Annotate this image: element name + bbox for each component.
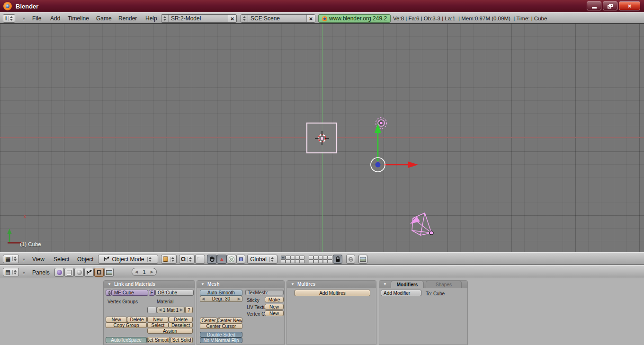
degr-inc-icon[interactable]: ▶ <box>238 297 241 301</box>
panel-collapse-icon[interactable]: ▼ <box>291 282 295 286</box>
menu-help[interactable]: Help <box>145 15 157 22</box>
center-cursor-button[interactable]: Center Cursor <box>200 323 242 329</box>
lock-layers-button[interactable] <box>333 255 342 264</box>
editor-type-button-buttons[interactable]: ▤ <box>3 268 19 276</box>
header-collapse-icon[interactable]: ▼ <box>22 17 26 21</box>
scene-context-button[interactable] <box>104 268 114 277</box>
translate-manipulator-button[interactable]: ▲ <box>217 255 227 264</box>
logic-context-button[interactable] <box>54 268 64 277</box>
layer-buttons-group-2[interactable] <box>309 256 332 263</box>
editing-context-button[interactable] <box>94 268 104 277</box>
sticky-make-button[interactable]: Make <box>265 297 284 302</box>
layer-toggle[interactable] <box>328 256 332 259</box>
scale-manipulator-button[interactable] <box>236 255 245 264</box>
shading-context-button[interactable] <box>74 268 84 277</box>
3d-viewport[interactable]: x (1) Cube <box>0 24 644 252</box>
assign-button[interactable]: Assign <box>147 328 193 334</box>
fake-user-button[interactable]: F <box>149 290 155 296</box>
select-button[interactable]: Select <box>147 322 169 328</box>
layer-toggle[interactable] <box>309 259 313 263</box>
frame-number-field[interactable]: ◀ 1 ▶ <box>132 268 157 276</box>
rotate-manipulator-button[interactable] <box>227 255 236 264</box>
layer-toggle[interactable] <box>300 256 304 259</box>
minimize-button[interactable] <box>587 1 601 10</box>
header-collapse-icon[interactable]: ▼ <box>22 257 26 262</box>
screen-selector[interactable]: SR:2-Model × <box>161 14 237 23</box>
restore-button[interactable] <box>603 1 617 10</box>
mat-next-icon[interactable]: ▶ <box>180 308 183 312</box>
manipulator-x-arrowhead[interactable] <box>408 161 418 168</box>
add-multires-button[interactable]: Add Multires <box>295 290 370 296</box>
mode-dropdown[interactable]: Object Mode <box>98 255 158 264</box>
move-centers-button[interactable] <box>195 255 205 264</box>
camera-object[interactable] <box>410 213 433 235</box>
no-vnormal-flip-toggle[interactable]: No V.Normal Flip <box>200 337 242 343</box>
menu-view[interactable]: View <box>32 256 45 263</box>
layer-buttons-group-1[interactable] <box>281 256 304 263</box>
layer-toggle[interactable] <box>328 259 332 263</box>
vertex-color-new-button[interactable]: New <box>265 310 284 316</box>
material-delete-button[interactable]: Delete <box>169 317 193 322</box>
panel-collapse-icon[interactable]: ▼ <box>107 282 111 286</box>
layer-toggle[interactable] <box>295 259 300 263</box>
scene-delete-icon[interactable]: × <box>306 15 315 22</box>
editor-type-button-3d[interactable]: ▦ <box>3 255 19 263</box>
layer-toggle[interactable] <box>323 259 328 263</box>
pivot-dropdown[interactable]: Ω <box>179 255 195 264</box>
screen-delete-icon[interactable]: × <box>228 15 236 22</box>
degr-field[interactable]: ◀ Degr: 30 ▶ <box>200 296 242 302</box>
layer-toggle[interactable] <box>313 259 318 263</box>
scene-selector[interactable]: SCE:Scene × <box>241 14 315 23</box>
layer-toggle[interactable] <box>309 256 313 259</box>
frame-prev-icon[interactable]: ◀ <box>135 270 138 274</box>
menu-add[interactable]: Add <box>50 15 60 22</box>
auto-smooth-toggle[interactable]: Auto Smooth <box>200 290 242 296</box>
panel-header[interactable]: ▼ Mesh <box>197 281 284 288</box>
editor-type-button[interactable]: i <box>3 14 15 23</box>
transform-manipulator[interactable] <box>371 124 418 172</box>
layer-toggle[interactable] <box>318 259 323 263</box>
layer-toggle[interactable] <box>318 256 323 259</box>
layer-toggle[interactable] <box>323 256 328 259</box>
titlebar[interactable]: Blender × <box>0 0 644 12</box>
panel-collapse-icon[interactable]: ▼ <box>383 282 387 286</box>
manipulator-center-dot[interactable] <box>376 162 381 168</box>
deselect-button[interactable]: Deselect <box>169 322 193 328</box>
texmesh-field[interactable]: TexMesh: <box>245 290 284 295</box>
center-new-button[interactable]: Center New <box>217 318 242 323</box>
object-name-field[interactable]: OB:Cube <box>155 290 194 296</box>
scene-stepper-icon[interactable] <box>241 15 248 22</box>
close-button[interactable]: × <box>619 1 640 10</box>
center-button[interactable]: Center <box>200 318 217 323</box>
manipulator-toggle-button[interactable] <box>207 255 217 264</box>
panel-header[interactable]: ▼ Multires <box>287 281 376 288</box>
menu-game[interactable]: Game <box>96 15 112 22</box>
material-help-button[interactable]: ? <box>185 307 193 313</box>
menu-timeline[interactable]: Timeline <box>68 15 89 22</box>
copy-group-button[interactable]: Copy Group <box>106 322 147 328</box>
vgroup-new-button[interactable]: New <box>106 317 127 322</box>
proportional-falloff-button[interactable] <box>346 255 355 264</box>
layer-toggle[interactable] <box>281 259 286 263</box>
autotexspace-toggle[interactable]: AutoTexSpace <box>106 337 147 343</box>
mesh-name-field[interactable]: ME:Cube <box>112 290 148 296</box>
menu-select[interactable]: Select <box>54 256 69 263</box>
mat-prev-icon[interactable]: ◀ <box>159 308 161 312</box>
draw-type-dropdown[interactable] <box>161 255 177 264</box>
panel-collapse-icon[interactable]: ▼ <box>201 282 205 286</box>
layer-toggle[interactable] <box>290 256 295 259</box>
orientation-dropdown[interactable]: Global <box>247 255 277 264</box>
tab-shapes[interactable]: Shapes <box>426 281 462 288</box>
menu-render[interactable]: Render <box>118 15 137 22</box>
layer-toggle[interactable] <box>295 256 300 259</box>
uv-texture-new-button[interactable]: New <box>265 304 284 310</box>
set-solid-button[interactable]: Set Solid <box>170 337 193 343</box>
header-collapse-icon[interactable]: ▼ <box>22 271 26 275</box>
screen-stepper-icon[interactable] <box>161 15 169 22</box>
set-smooth-button[interactable]: Set Smooth <box>147 337 170 343</box>
layer-toggle[interactable] <box>286 259 290 263</box>
tab-modifiers[interactable]: Modifiers <box>391 281 424 288</box>
double-sided-toggle[interactable]: Double Sided <box>200 332 242 337</box>
frame-next-icon[interactable]: ▶ <box>151 270 153 274</box>
layer-toggle[interactable] <box>300 259 304 263</box>
